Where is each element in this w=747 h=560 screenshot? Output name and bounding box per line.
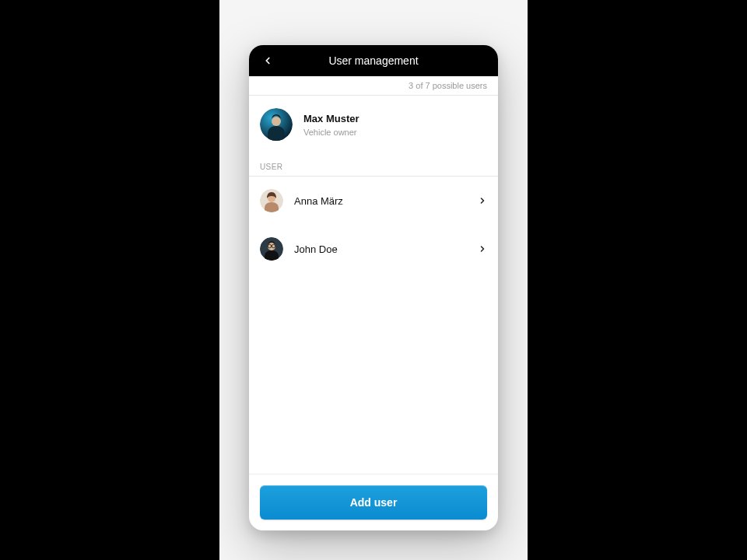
left-pillar [0,0,219,560]
add-user-button[interactable]: Add user [260,485,487,520]
avatar [260,108,293,141]
owner-text: Max Muster Vehicle owner [303,113,359,137]
chevron-left-icon [262,55,273,66]
user-row[interactable]: Anna März [249,177,498,225]
person-avatar-icon [260,108,293,141]
person-avatar-icon [260,237,283,261]
owner-row: Max Muster Vehicle owner [249,96,498,155]
user-count-status: 3 of 7 possible users [249,76,498,96]
title-bar: User management [249,45,498,76]
owner-role: Vehicle owner [303,128,359,137]
person-avatar-icon [260,189,283,212]
page-title: User management [328,54,418,67]
svg-point-1 [272,117,281,126]
phone-frame: User management 3 of 7 possible users [249,45,498,530]
footer: Add user [249,474,498,530]
user-name: Anna März [294,195,478,207]
right-pillar [528,0,747,560]
user-name: John Doe [294,243,478,255]
chevron-right-icon [478,244,487,254]
stage: User management 3 of 7 possible users [219,0,528,560]
avatar [260,237,283,261]
chevron-right-icon [478,196,487,205]
user-section-label: USER [249,155,498,177]
back-button[interactable] [255,45,280,76]
owner-name: Max Muster [303,113,359,124]
avatar [260,189,283,212]
user-row[interactable]: John Doe [249,225,498,273]
